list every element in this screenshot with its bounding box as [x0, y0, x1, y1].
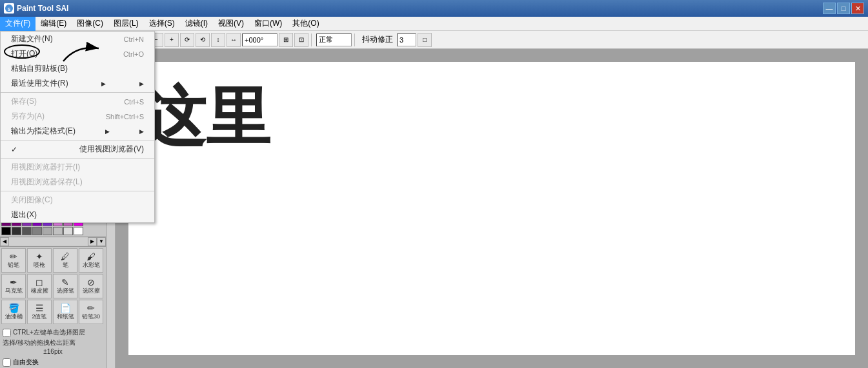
save-as-shortcut: Shift+Ctrl+S	[106, 113, 144, 121]
minimize-button[interactable]: —	[823, 3, 836, 14]
zoom-in-btn[interactable]: +	[165, 33, 179, 47]
palette-cell[interactable]	[32, 227, 42, 235]
tool-lasso-label: 选区擦	[83, 287, 100, 295]
menu-export[interactable]: 输出为指定格式(E) ▶	[1, 124, 154, 139]
tool-airbrush-label: 喷枪	[34, 261, 45, 269]
tool-scroll-track	[9, 238, 88, 246]
menu-other[interactable]: 其他(O)	[287, 17, 324, 31]
tool-row-1: ✏ 铅笔 ✦ 喷枪 🖊 笔 🖌 水彩笔	[1, 248, 105, 273]
menu-exit[interactable]: 退出(X)	[1, 208, 154, 222]
tool-pencil-label: 铅笔	[8, 261, 19, 269]
tool-eraser-label: 橡皮擦	[31, 287, 48, 295]
palette-cell[interactable]	[43, 227, 52, 235]
recent-files-label: 最近使用文件(R)	[11, 78, 68, 89]
menu-paste-clipboard[interactable]: 粘贴自剪贴板(B)	[1, 61, 154, 76]
tool-watercolor[interactable]: 🖌 水彩笔	[79, 248, 103, 273]
new-file-label: 新建文件(N)	[11, 34, 53, 44]
canvas-area[interactable]: 这里	[106, 49, 868, 368]
open-in-viewer-label: 用视图浏览器打开(I)	[11, 162, 80, 173]
ruler2-icon: ☰	[35, 304, 44, 313]
toolbar-btn-10[interactable]: ⊡	[294, 33, 308, 47]
menu-image[interactable]: 图像(C)	[72, 17, 108, 31]
toolbar-btn-9[interactable]: ⊞	[279, 33, 293, 47]
menu-new-file[interactable]: 新建文件(N) Ctrl+N	[1, 32, 154, 46]
tool-options: CTRL+左键单击选择图层 选择/移动的拖拽检出距离 ±16pix	[0, 327, 106, 356]
tool-scroll-left[interactable]: ◀	[0, 237, 9, 246]
menu-open-in-viewer[interactable]: 用视图浏览器打开(I)	[1, 160, 154, 175]
exit-label: 退出(X)	[11, 209, 37, 220]
stabilizer-input[interactable]	[397, 34, 416, 46]
lasso-icon: ⊘	[87, 278, 95, 287]
menu-window[interactable]: 窗口(W)	[249, 17, 287, 31]
recent-files-arrow: ▶	[101, 81, 106, 87]
tool-eraser[interactable]: ◻ 橡皮擦	[27, 274, 52, 298]
distance-value: ±16pix	[3, 348, 103, 355]
canvas-drawing-text: 这里	[141, 75, 270, 162]
save-shortcut: Ctrl+S	[124, 98, 144, 106]
stabilizer-toggle[interactable]: □	[418, 33, 432, 47]
palette-cell[interactable]	[1, 227, 11, 235]
toolbar-btn-6[interactable]: ⟲	[196, 33, 210, 47]
toolbar-btn-8[interactable]: ↔	[227, 33, 241, 47]
menu-select[interactable]: 选择(S)	[144, 17, 180, 31]
tool-scroll-right[interactable]: ▶	[88, 237, 97, 246]
tool-watercolor-label: 水彩笔	[83, 261, 100, 269]
tool-scroll-down[interactable]: ▼	[97, 237, 106, 246]
new-file-shortcut: Ctrl+N	[124, 35, 144, 43]
use-viewer-check: ✓	[11, 145, 17, 154]
menu-view[interactable]: 视图(V)	[213, 17, 249, 31]
tool-pen-label: 笔	[63, 261, 68, 269]
tool-chalk30[interactable]: ✏ 铅笔30	[79, 300, 103, 324]
free-transform-checkbox[interactable]	[3, 358, 11, 367]
tool-2value[interactable]: ☰ 2值笔	[27, 300, 52, 324]
close-button[interactable]: ✕	[851, 3, 864, 14]
save-as-label: 另存为(A)	[11, 111, 45, 122]
blend-mode-input[interactable]	[316, 34, 352, 46]
tool-airbrush[interactable]: ✦ 喷枪	[27, 248, 52, 273]
menu-filter[interactable]: 滤镜(I)	[180, 17, 213, 31]
palette-cell[interactable]	[12, 227, 21, 235]
svg-text:S: S	[8, 7, 11, 12]
tool-row-2: ✒ 马克笔 ◻ 橡皮擦 ✎ 选择笔 ⊘ 选区擦	[1, 274, 105, 298]
menu-file[interactable]: 文件(F)	[0, 17, 35, 31]
menu-use-viewer[interactable]: ✓ 使用视图浏览器(V)	[1, 142, 154, 157]
angle-input[interactable]	[242, 34, 278, 46]
palette-cell[interactable]	[53, 227, 63, 235]
tool-paper-pen[interactable]: 📄 和纸笔	[53, 300, 77, 324]
paper-pen-icon: 📄	[60, 304, 71, 313]
window-controls: — □ ✕	[823, 3, 864, 14]
stabilizer-label: 抖动修正	[359, 34, 396, 45]
ctrl-select-checkbox[interactable]	[3, 329, 11, 337]
tool-chalk30-label: 铅笔30	[82, 313, 100, 321]
menu-save-as[interactable]: 另存为(A) Shift+Ctrl+S	[1, 109, 154, 124]
menu-save[interactable]: 保存(S) Ctrl+S	[1, 94, 154, 109]
tool-lasso[interactable]: ⊘ 选区擦	[79, 274, 103, 298]
tool-panel: ✏ 铅笔 ✦ 喷枪 🖊 笔 🖌 水彩笔 ✒	[0, 246, 106, 327]
pencil-icon: ✏	[10, 252, 17, 261]
canvas-content[interactable]: 这里	[128, 62, 855, 355]
menu-open-file[interactable]: 打开(O) Ctrl+O	[1, 46, 154, 61]
menu-save-in-viewer[interactable]: 用视图浏览器保存(L)	[1, 175, 154, 189]
toolbar-btn-7[interactable]: ↕	[211, 33, 225, 47]
palette-cell[interactable]	[63, 227, 73, 235]
tool-pen[interactable]: 🖊 笔	[53, 248, 77, 273]
palette-cell[interactable]	[22, 227, 32, 235]
ctrl-select-label: CTRL+左键单击选择图层	[13, 328, 85, 337]
tool-select-pen[interactable]: ✎ 选择笔	[53, 274, 77, 298]
tool-marker[interactable]: ✒ 马克笔	[1, 274, 26, 298]
toolbar-btn-5[interactable]: ⟳	[180, 33, 194, 47]
tool-pencil[interactable]: ✏ 铅笔	[1, 248, 26, 273]
tool-bucket[interactable]: 🪣 油漆桶	[1, 300, 26, 324]
menu-recent-files[interactable]: 最近使用文件(R) ▶	[1, 76, 154, 91]
palette-cell[interactable]	[74, 227, 83, 235]
app-icon: S	[4, 3, 14, 14]
tool-scroll-bar: ◀ ▶ ▼	[0, 237, 106, 246]
maximize-button[interactable]: □	[837, 3, 850, 14]
menu-layer[interactable]: 图层(L)	[108, 17, 144, 31]
free-transform-label: 自由变换	[13, 358, 39, 367]
select-move-label: 选择/移动的拖拽检出距离	[3, 338, 103, 347]
menu-close-image[interactable]: 关闭图像(C)	[1, 193, 154, 208]
menu-edit[interactable]: 编辑(E)	[35, 17, 72, 31]
tool-marker-label: 马克笔	[5, 287, 23, 295]
tool-bucket-label: 油漆桶	[5, 313, 23, 321]
